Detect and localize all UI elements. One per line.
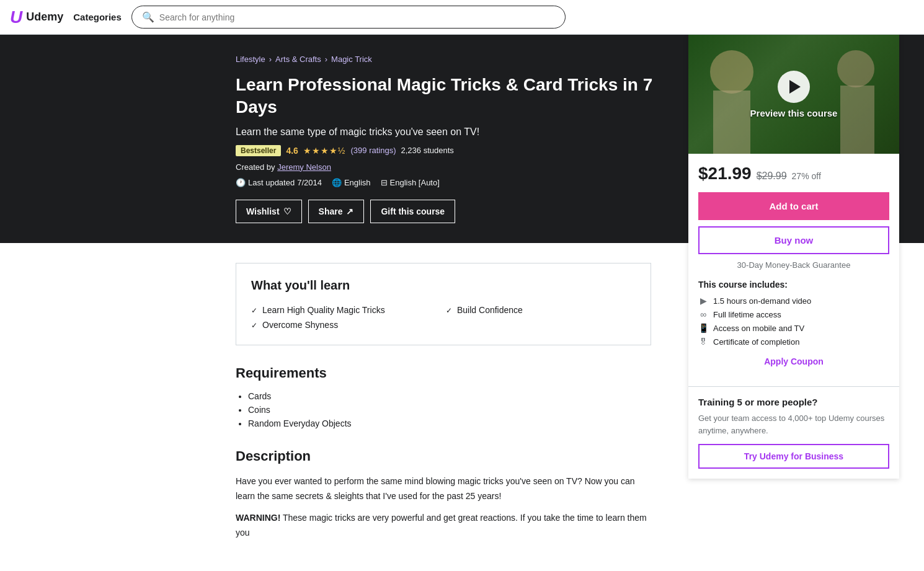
description-text-1: Have you ever wanted to perform the same…: [236, 474, 651, 504]
breadcrumb-sep-2: ›: [325, 55, 327, 64]
caption-value: English [Auto]: [390, 178, 440, 187]
play-icon: [789, 80, 801, 94]
learn-text-2: Overcome Shyness: [262, 320, 338, 330]
price-row: $21.99 $29.99 27% off: [698, 164, 889, 184]
mobile-icon: 📱: [698, 323, 708, 333]
apply-coupon-container: Apply Coupon: [698, 356, 889, 366]
include-certificate: 🎖 Certificate of completion: [698, 337, 889, 347]
preview-label: Preview this course: [750, 108, 838, 118]
include-certificate-text: Certificate of completion: [713, 337, 799, 347]
include-video: ▶ 1.5 hours on-demand video: [698, 296, 889, 306]
breadcrumb-sep-1: ›: [269, 55, 272, 64]
share-icon: ↗: [346, 206, 353, 216]
requirements-section: Requirements Cards Coins Random Everyday…: [236, 365, 651, 428]
buy-now-button[interactable]: Buy now: [698, 226, 889, 254]
share-label: Share: [319, 206, 343, 216]
play-button[interactable]: [778, 71, 810, 103]
last-updated-item: 🕐 Last updated 7/2014: [236, 178, 322, 187]
requirement-0: Cards: [248, 391, 651, 401]
card-body: $21.99 $29.99 27% off Add to cart Buy no…: [688, 154, 899, 386]
heart-icon: ♡: [283, 206, 291, 216]
rating-score: 4.6: [286, 146, 298, 156]
breadcrumb-lifestyle[interactable]: Lifestyle: [236, 55, 265, 64]
business-desc: Get your team access to 4,000+ top Udemy…: [698, 412, 889, 436]
include-access: ∞ Full lifetime access: [698, 309, 889, 319]
main-content: What you'll learn ✓ Learn High Quality M…: [0, 243, 676, 571]
learn-text-0: Learn High Quality Magic Tricks: [262, 305, 385, 315]
apply-coupon-link[interactable]: Apply Coupon: [764, 356, 824, 366]
share-button[interactable]: Share ↗: [308, 200, 365, 223]
requirement-2: Random Everyday Objects: [248, 418, 651, 428]
include-mobile: 📱 Access on mobile and TV: [698, 323, 889, 333]
includes-title: This course includes:: [698, 280, 889, 290]
course-preview[interactable]: Preview this course: [688, 35, 899, 154]
learn-grid: ✓ Learn High Quality Magic Tricks ✓ Buil…: [251, 305, 636, 330]
breadcrumb-current: Magic Trick: [331, 55, 372, 64]
language-value: English: [344, 178, 371, 187]
stars: ★★★★½: [303, 146, 346, 156]
check-icon-2: ✓: [251, 321, 257, 330]
breadcrumb-arts[interactable]: Arts & Crafts: [275, 55, 321, 64]
search-icon: 🔍: [142, 11, 154, 23]
description-title: Description: [236, 448, 651, 464]
description-warning: WARNING! These magic tricks are very pow…: [236, 511, 651, 541]
clock-icon: 🕐: [236, 178, 246, 187]
instructor-link[interactable]: Jeremy Nelson: [277, 162, 331, 172]
logo[interactable]: U Udemy: [10, 7, 63, 27]
learn-text-1: Build Confidence: [457, 305, 523, 315]
course-includes: This course includes: ▶ 1.5 hours on-dem…: [698, 280, 889, 347]
check-icon-0: ✓: [251, 306, 257, 315]
video-icon: ▶: [698, 296, 708, 306]
preview-overlay: Preview this course: [688, 35, 899, 154]
course-title: Learn Professional Magic Tricks & Card T…: [236, 74, 657, 119]
business-section: Training 5 or more people? Get your team…: [688, 386, 899, 479]
try-business-button[interactable]: Try Udemy for Business: [698, 444, 889, 469]
caption-item: ⊟ English [Auto]: [381, 178, 440, 187]
warning-text: These magic tricks are very powerful and…: [236, 513, 647, 538]
learn-title: What you'll learn: [251, 278, 636, 293]
last-updated-label: Last updated: [248, 178, 295, 187]
include-access-text: Full lifetime access: [713, 310, 781, 319]
learn-item-2: ✓ Overcome Shyness: [251, 320, 441, 330]
include-video-text: 1.5 hours on-demand video: [713, 296, 811, 306]
learn-section: What you'll learn ✓ Learn High Quality M…: [236, 263, 651, 345]
include-mobile-text: Access on mobile and TV: [713, 324, 804, 333]
infinity-icon: ∞: [698, 309, 708, 319]
navbar: U Udemy Categories 🔍: [0, 0, 924, 35]
search-bar: 🔍: [131, 6, 566, 29]
requirements-list: Cards Coins Random Everyday Objects: [236, 391, 651, 428]
learn-item-1: ✓ Build Confidence: [446, 305, 636, 315]
certificate-icon: 🎖: [698, 337, 708, 347]
rating-count: (399 ratings): [351, 146, 396, 155]
students-count: 2,236 students: [401, 146, 454, 155]
caption-icon: ⊟: [381, 178, 388, 187]
price-original: $29.99: [757, 170, 787, 182]
add-to-cart-button[interactable]: Add to cart: [698, 192, 889, 220]
description-section: Description Have you ever wanted to perf…: [236, 448, 651, 541]
price-current: $21.99: [698, 164, 752, 184]
check-icon-1: ✓: [446, 306, 452, 315]
business-title: Training 5 or more people?: [698, 397, 889, 407]
money-back-guarantee: 30-Day Money-Back Guarantee: [698, 260, 889, 270]
wishlist-button[interactable]: Wishlist ♡: [236, 200, 302, 223]
requirement-1: Coins: [248, 405, 651, 415]
price-discount: 27% off: [792, 171, 821, 181]
course-card: Preview this course $21.99 $29.99 27% of…: [688, 35, 899, 479]
language-item: 🌐 English: [332, 178, 371, 187]
wishlist-label: Wishlist: [246, 206, 280, 216]
warning-label: WARNING!: [236, 513, 280, 523]
last-updated-value: 7/2014: [297, 178, 322, 187]
gift-button[interactable]: Gift this course: [370, 200, 455, 223]
logo-u-icon: U: [10, 7, 22, 27]
logo-text: Udemy: [26, 11, 63, 24]
globe-icon: 🌐: [332, 178, 342, 187]
categories-button[interactable]: Categories: [73, 12, 122, 22]
learn-item-0: ✓ Learn High Quality Magic Tricks: [251, 305, 441, 315]
bestseller-badge: Bestseller: [236, 145, 281, 156]
search-input[interactable]: [159, 12, 555, 22]
requirements-title: Requirements: [236, 365, 651, 381]
